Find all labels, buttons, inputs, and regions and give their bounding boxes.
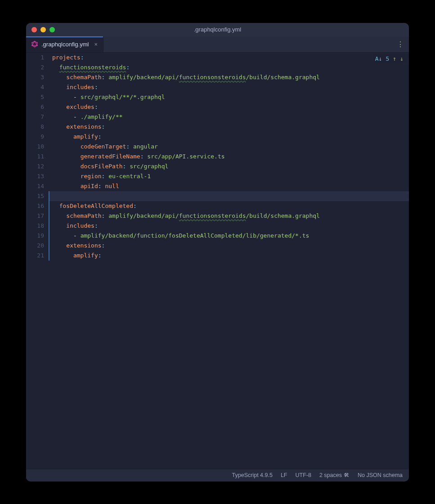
status-language[interactable]: TypeScript 4.9.5	[232, 472, 273, 478]
line-number: 11	[26, 152, 44, 162]
editor-window: .graphqlconfig.yml .graphqlconfig.yml × …	[26, 23, 409, 482]
file-tab-active[interactable]: .graphqlconfig.yml ×	[26, 36, 103, 52]
line-number: 15	[26, 191, 44, 201]
code-line: schemaPath: amplify/backend/api/function…	[49, 72, 409, 82]
line-number: 14	[26, 181, 44, 191]
svg-point-4	[36, 45, 38, 46]
status-line-separator[interactable]: LF	[281, 472, 287, 478]
code-line: functionsonsteroids:	[49, 63, 409, 72]
code-line: region: eu-central-1	[49, 171, 409, 181]
tab-bar: .graphqlconfig.yml × ⋮	[26, 36, 409, 53]
svg-marker-1	[32, 41, 37, 45]
code-line: codeGenTarget: typescript	[49, 261, 409, 261]
code-line: includes:	[49, 82, 409, 92]
code-line: - src/graphql/**/*.graphql	[49, 92, 409, 102]
code-line: extensions:	[49, 241, 409, 251]
close-tab-icon[interactable]: ×	[94, 41, 98, 48]
status-bar: TypeScript 4.9.5 LF UTF-8 2 spaces🛠 No J…	[26, 469, 409, 482]
svg-point-3	[36, 42, 38, 44]
code-line	[49, 191, 409, 201]
line-number: 16	[26, 201, 44, 211]
minimize-window-button[interactable]	[40, 27, 46, 32]
line-number: 10	[26, 142, 44, 152]
line-number: 12	[26, 162, 44, 171]
window-title: .graphqlconfig.yml	[26, 26, 409, 33]
line-number: 3	[26, 72, 44, 82]
editor-empty-space	[26, 261, 409, 469]
code-line: generatedFileName: src/app/API.service.t…	[49, 152, 409, 162]
svg-point-6	[31, 45, 33, 46]
line-number: 20	[26, 241, 44, 251]
line-number: 4	[26, 82, 44, 92]
line-number: 9	[26, 132, 44, 142]
tab-bar-actions: ⋮	[397, 36, 409, 52]
code-line: projects:	[49, 53, 409, 63]
code-line: - amplify/backend/function/fosDeleteAllC…	[49, 231, 409, 241]
code-line: extensions:	[49, 122, 409, 132]
close-window-button[interactable]	[31, 27, 37, 32]
code-line: schemaPath: amplify/backend/api/function…	[49, 211, 409, 221]
code-line: excludes:	[49, 102, 409, 112]
code-content[interactable]: A↓ 5 ↑ ↓ projects: functionsonsteroids: …	[49, 53, 409, 261]
more-actions-icon[interactable]: ⋮	[397, 40, 404, 49]
code-line: apiId: null	[49, 181, 409, 191]
line-number: 7	[26, 112, 44, 122]
code-line: - ./amplify/**	[49, 112, 409, 122]
line-number: 2	[26, 63, 44, 72]
window-controls	[31, 27, 55, 32]
status-encoding[interactable]: UTF-8	[296, 472, 311, 478]
maximize-window-button[interactable]	[49, 27, 55, 32]
line-number: 13	[26, 171, 44, 181]
line-numbers-gutter: 1 2 3 4 5 6 7 8 9 10 11 12 13 14 15 16 1…	[26, 53, 49, 261]
code-line: codeGenTarget: angular	[49, 142, 409, 152]
line-number: 21	[26, 251, 44, 261]
line-number: 22	[26, 261, 44, 261]
code-line: amplify:	[49, 132, 409, 142]
status-schema[interactable]: No JSON schema	[358, 472, 403, 478]
svg-point-7	[31, 42, 33, 44]
titlebar: .graphqlconfig.yml	[26, 23, 409, 36]
line-number: 19	[26, 231, 44, 241]
code-line: docsFilePath: src/graphql	[49, 162, 409, 171]
code-line: fosDeleteAllCompleted:	[49, 201, 409, 211]
line-number: 17	[26, 211, 44, 221]
wrench-icon: 🛠	[344, 472, 350, 478]
line-number: 6	[26, 102, 44, 112]
line-number: 8	[26, 122, 44, 132]
line-number: 18	[26, 221, 44, 231]
tab-label: .graphqlconfig.yml	[41, 41, 89, 48]
code-line: amplify:	[49, 251, 409, 261]
graphql-icon	[31, 41, 38, 47]
code-line: includes:	[49, 221, 409, 231]
line-number: 1	[26, 53, 44, 63]
status-indent[interactable]: 2 spaces🛠	[319, 472, 350, 478]
line-number: 5	[26, 92, 44, 102]
editor-area[interactable]: 1 2 3 4 5 6 7 8 9 10 11 12 13 14 15 16 1…	[26, 53, 409, 261]
